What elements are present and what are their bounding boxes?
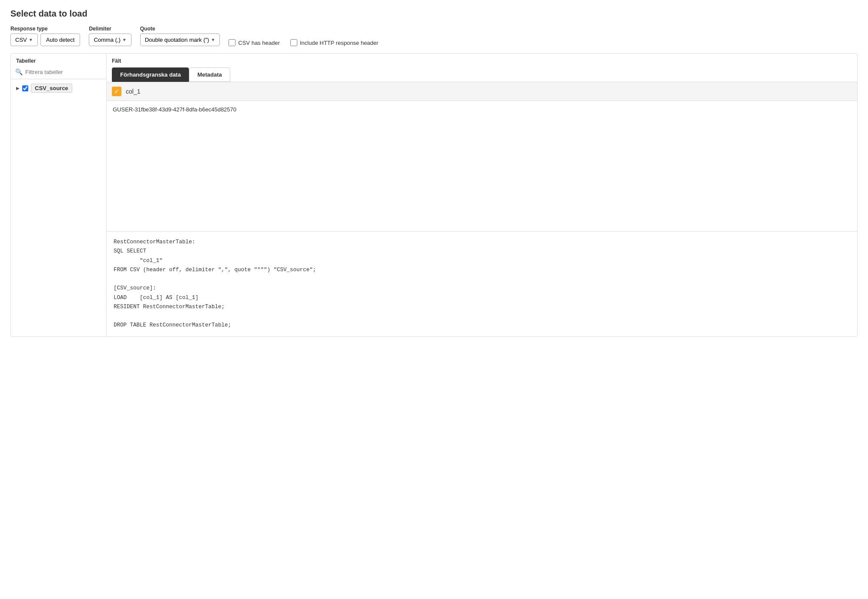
table-checkbox[interactable] bbox=[22, 85, 28, 91]
table-name-label: CSV_source bbox=[31, 84, 72, 93]
csv-has-header-label[interactable]: CSV has header bbox=[229, 39, 279, 46]
section-labels-row: Fält bbox=[107, 54, 857, 64]
response-type-inner: CSV ▼ Auto detect bbox=[10, 34, 80, 46]
checkbox-group: CSV has header Include HTTP response hea… bbox=[229, 39, 378, 46]
auto-detect-button[interactable]: Auto detect bbox=[40, 34, 81, 46]
include-http-label[interactable]: Include HTTP response header bbox=[290, 39, 378, 46]
quote-label: Quote bbox=[140, 26, 220, 32]
sidebar: Tabeller 🔍 ▶ CSV_source bbox=[11, 54, 107, 337]
preview-value: GUSER-31fbe38f-43d9-427f-8dfa-b6ec45d825… bbox=[113, 106, 236, 113]
quote-chevron-icon: ▼ bbox=[211, 37, 215, 42]
response-type-value: CSV bbox=[15, 37, 27, 43]
quote-group: Quote Double quotation mark (") ▼ bbox=[140, 26, 220, 46]
delimiter-select[interactable]: Comma (,) ▼ bbox=[89, 34, 131, 46]
right-panel: Fält Förhandsgranska data Metadata ✓ col… bbox=[107, 54, 857, 337]
script-area: RestConnectorMasterTable: SQL SELECT "co… bbox=[107, 232, 857, 337]
main-content: Tabeller 🔍 ▶ CSV_source Fält Förhandsgra… bbox=[10, 53, 858, 337]
response-type-select[interactable]: CSV ▼ bbox=[10, 34, 38, 46]
tab-metadata[interactable]: Metadata bbox=[189, 67, 230, 82]
controls-row: Response type CSV ▼ Auto detect Delimite… bbox=[10, 26, 858, 46]
fields-header: Fält bbox=[107, 54, 126, 64]
field-row: ✓ col_1 bbox=[107, 82, 857, 101]
include-http-checkbox[interactable] bbox=[290, 39, 297, 46]
table-row[interactable]: ▶ CSV_source bbox=[11, 79, 106, 97]
field-col1-name: col_1 bbox=[126, 88, 140, 95]
expand-arrow-icon: ▶ bbox=[16, 86, 20, 91]
quote-select[interactable]: Double quotation mark (") ▼ bbox=[140, 34, 220, 46]
tab-preview[interactable]: Förhandsgranska data bbox=[112, 67, 189, 82]
delimiter-chevron-icon: ▼ bbox=[122, 37, 127, 42]
delimiter-group: Delimiter Comma (,) ▼ bbox=[89, 26, 131, 46]
response-type-chevron-icon: ▼ bbox=[29, 37, 33, 42]
sidebar-header: Tabeller bbox=[11, 54, 106, 67]
field-checkbox-icon[interactable]: ✓ bbox=[112, 87, 121, 96]
delimiter-value: Comma (,) bbox=[94, 37, 120, 43]
search-icon: 🔍 bbox=[15, 68, 23, 75]
csv-has-header-checkbox[interactable] bbox=[229, 39, 236, 46]
response-type-group: Response type CSV ▼ Auto detect bbox=[10, 26, 80, 46]
response-type-label: Response type bbox=[10, 26, 80, 32]
sidebar-search: 🔍 bbox=[11, 67, 106, 79]
delimiter-label: Delimiter bbox=[89, 26, 131, 32]
preview-area: GUSER-31fbe38f-43d9-427f-8dfa-b6ec45d825… bbox=[107, 101, 857, 232]
tabs-row: Förhandsgranska data Metadata bbox=[107, 64, 857, 82]
quote-value: Double quotation mark (") bbox=[145, 37, 209, 43]
search-input[interactable] bbox=[25, 69, 102, 75]
page-title: Select data to load bbox=[10, 9, 858, 19]
